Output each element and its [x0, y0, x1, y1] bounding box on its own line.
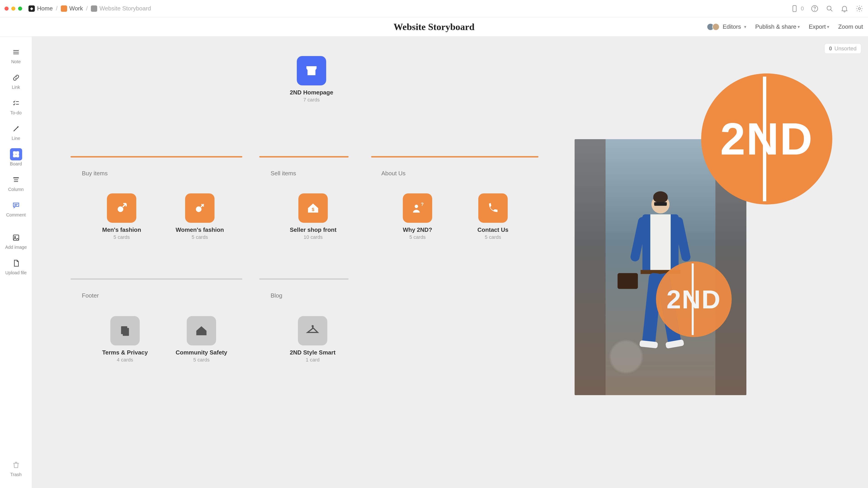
svg-rect-32: [203, 332, 206, 335]
board-terms-privacy[interactable]: Terms & Privacy 4 cards: [102, 316, 148, 363]
phone-icon: [478, 193, 508, 223]
minimize-window-button[interactable]: [11, 6, 16, 11]
chevron-down-icon: ▾: [744, 24, 746, 29]
section-sell-label: Sell items: [271, 170, 296, 177]
board-count: 4 cards: [117, 357, 133, 363]
tool-add-image-label: Add image: [5, 245, 27, 250]
notifications-icon[interactable]: [840, 4, 848, 13]
tool-comment[interactable]: Comment: [5, 197, 27, 222]
svg-rect-0: [793, 5, 796, 11]
board-title: 2ND Homepage: [290, 89, 333, 96]
storefront-icon: [297, 56, 326, 86]
help-icon[interactable]: [811, 4, 819, 13]
link-icon: [10, 72, 22, 84]
board-contact-us[interactable]: Contact Us 5 cards: [477, 193, 508, 240]
editors-dropdown[interactable]: Editors ▾: [707, 23, 746, 31]
section-about-label: About Us: [381, 170, 405, 177]
publish-share-dropdown[interactable]: Publish & share ▾: [755, 23, 800, 30]
board-title: 2ND Style Smart: [290, 349, 336, 356]
board-homepage[interactable]: 2ND Homepage 7 cards: [290, 56, 333, 103]
house-lock-icon: [187, 316, 216, 346]
board-title: Seller shop front: [290, 226, 337, 233]
svg-rect-13: [13, 152, 16, 154]
export-label: Export: [809, 23, 826, 30]
tool-column[interactable]: Column: [5, 171, 27, 196]
section-divider: [259, 156, 348, 158]
file-icon: [10, 257, 22, 269]
main-area: Note Link To-do Line Board Column Commen…: [0, 37, 868, 488]
chevron-down-icon: ▾: [798, 24, 800, 29]
board-count: 5 cards: [485, 234, 501, 240]
svg-rect-15: [13, 155, 16, 157]
editor-avatars: [707, 23, 719, 31]
header-actions: Editors ▾ Publish & share ▾ Export ▾ Zoo…: [707, 23, 868, 31]
search-icon[interactable]: [826, 4, 834, 13]
board-why-2nd[interactable]: ? Why 2ND? 5 cards: [403, 193, 432, 240]
section-footer-label: Footer: [82, 292, 99, 299]
zoom-out-label: Zoom out: [838, 23, 863, 30]
board-title: Women's fashion: [176, 226, 224, 233]
column-icon: [10, 174, 22, 186]
tool-note-label: Note: [11, 59, 21, 64]
export-dropdown[interactable]: Export ▾: [809, 23, 829, 30]
svg-point-5: [859, 7, 861, 9]
zoom-out-button[interactable]: Zoom out: [838, 23, 863, 30]
tool-trash[interactable]: Trash: [5, 456, 27, 481]
tool-add-image[interactable]: Add image: [5, 229, 27, 254]
board-title: Men's fashion: [102, 226, 141, 233]
svg-rect-31: [123, 328, 129, 336]
board-title: Community Safety: [176, 349, 227, 356]
board-mens-fashion[interactable]: Men's fashion 5 cards: [102, 193, 141, 240]
page-icon: [91, 5, 97, 12]
breadcrumb-home[interactable]: ◆ Home: [29, 5, 53, 12]
svg-point-2: [814, 10, 815, 10]
tool-note[interactable]: Note: [5, 43, 27, 68]
svg-point-3: [827, 6, 831, 10]
tool-column-label: Column: [8, 187, 24, 192]
breadcrumb-page[interactable]: Website Storyboard: [91, 5, 151, 12]
board-womens-fashion[interactable]: Women's fashion 5 cards: [176, 193, 224, 240]
board-seller-shop[interactable]: $ Seller shop front 10 cards: [290, 193, 337, 240]
section-divider: [259, 278, 348, 280]
section-buy-label: Buy items: [82, 170, 107, 177]
section-divider: [70, 278, 242, 280]
board-count: 1 card: [306, 357, 320, 363]
board-style-smart[interactable]: 2ND Style Smart 1 card: [290, 316, 336, 363]
svg-text:?: ?: [421, 202, 424, 207]
breadcrumb-work[interactable]: Work: [61, 5, 83, 12]
settings-icon[interactable]: [855, 4, 864, 13]
board-count: 5 cards: [192, 234, 208, 240]
device-count: 0: [801, 5, 804, 12]
breadcrumb-separator: /: [56, 5, 57, 12]
tool-upload-file[interactable]: Upload file: [5, 254, 27, 280]
section-divider: [371, 156, 538, 158]
svg-point-28: [415, 205, 418, 208]
tool-line[interactable]: Line: [5, 120, 27, 145]
board-community-safety[interactable]: Community Safety 5 cards: [176, 316, 227, 363]
svg-line-4: [831, 9, 833, 11]
unsorted-badge[interactable]: 0 Unsorted: [825, 43, 861, 54]
canvas[interactable]: 0 Unsorted 2ND Homepage 7 cards Buy item…: [32, 37, 868, 488]
brand-logo-small[interactable]: 2ND: [656, 261, 732, 337]
brand-logo-large[interactable]: 2ND: [701, 73, 832, 204]
device-icon[interactable]: [790, 4, 799, 13]
tool-board[interactable]: Board: [5, 145, 27, 170]
male-icon: [107, 193, 136, 223]
window-topbar: ◆ Home / Work / Website Storyboard 0: [0, 0, 868, 17]
hanger-icon: [298, 316, 327, 346]
image-icon: [10, 232, 22, 244]
maximize-window-button[interactable]: [18, 6, 22, 11]
documents-icon: [110, 316, 140, 346]
tool-todo[interactable]: To-do: [5, 94, 27, 120]
tool-link[interactable]: Link: [5, 69, 27, 94]
svg-point-25: [118, 206, 123, 212]
board-title: Terms & Privacy: [102, 349, 148, 356]
line-icon: [10, 123, 22, 135]
board-title: Contact Us: [477, 226, 508, 233]
close-window-button[interactable]: [4, 6, 8, 11]
breadcrumb-home-label: Home: [37, 5, 53, 12]
breadcrumb: ◆ Home / Work / Website Storyboard: [29, 5, 151, 12]
topbar-actions: 0: [790, 4, 864, 13]
board-count: 7 cards: [303, 97, 320, 103]
person-question-icon: ?: [403, 193, 432, 223]
